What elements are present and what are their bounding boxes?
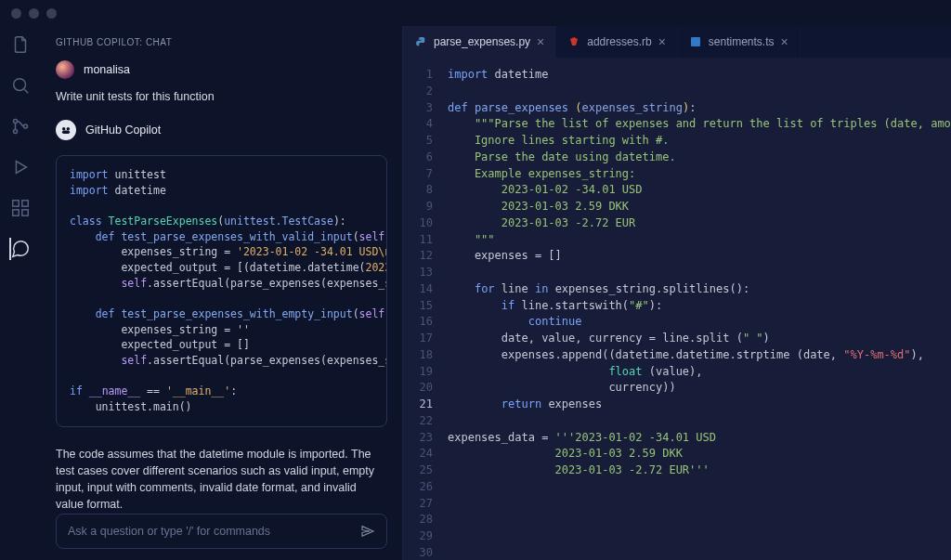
svg-point-2	[13, 129, 17, 133]
send-icon[interactable]	[360, 524, 375, 539]
run-debug-icon[interactable]	[9, 156, 32, 178]
copilot-chat-icon[interactable]	[9, 238, 32, 260]
chat-username: monalisa	[84, 63, 130, 76]
traffic-lights	[11, 8, 57, 19]
editor-group: parse_expenses.py × addresses.rb × senti…	[403, 26, 951, 560]
typescript-file-icon	[689, 35, 702, 48]
tab-addresses[interactable]: addresses.rb ×	[556, 26, 678, 58]
chat-panel: GITHUB COPILOT: CHAT monalisa Write unit…	[41, 26, 403, 560]
svg-rect-7	[22, 210, 28, 215]
code-area[interactable]: import datetime def parse_expenses (expe…	[442, 58, 951, 560]
tab-label: sentiments.ts	[709, 35, 775, 48]
svg-point-3	[23, 124, 27, 128]
chat-input[interactable]	[68, 525, 353, 538]
svg-point-1	[13, 119, 17, 123]
close-window-icon[interactable]	[11, 8, 21, 19]
svg-point-8	[62, 127, 66, 131]
explorer-icon[interactable]	[9, 33, 32, 56]
chat-explanation: The code assumes that the datetime modul…	[56, 446, 387, 514]
chat-input-container[interactable]	[56, 514, 387, 549]
tab-sentiments[interactable]: sentiments.ts ×	[678, 26, 801, 58]
chat-code-block[interactable]: import unittest import datetime class Te…	[56, 155, 387, 427]
close-icon[interactable]: ×	[781, 34, 788, 49]
extensions-icon[interactable]	[9, 197, 32, 219]
python-file-icon	[414, 35, 427, 48]
copilot-avatar-icon	[56, 120, 76, 140]
source-control-icon[interactable]	[9, 115, 32, 137]
tab-parse-expenses[interactable]: parse_expenses.py ×	[403, 26, 556, 58]
user-avatar	[56, 60, 74, 79]
chat-user-row: monalisa	[56, 60, 387, 79]
ruby-file-icon	[567, 35, 580, 48]
svg-rect-11	[691, 37, 700, 46]
line-number-gutter: 1234567891011121314151617181920212223242…	[403, 58, 442, 560]
chat-bot-row: GitHub Copilot	[56, 120, 387, 140]
window-titlebar	[0, 0, 951, 26]
close-icon[interactable]: ×	[537, 34, 544, 49]
search-icon[interactable]	[9, 74, 32, 97]
svg-rect-5	[22, 201, 28, 206]
svg-point-0	[14, 79, 26, 91]
chat-bot-name: GitHub Copilot	[85, 124, 161, 137]
svg-rect-6	[13, 210, 19, 215]
chat-panel-title: GITHUB COPILOT: CHAT	[41, 30, 402, 60]
editor-tabbar: parse_expenses.py × addresses.rb × senti…	[403, 26, 951, 58]
tab-label: addresses.rb	[587, 35, 651, 48]
activity-bar	[0, 26, 41, 560]
svg-rect-10	[62, 131, 70, 135]
zoom-window-icon[interactable]	[46, 8, 57, 19]
minimize-window-icon[interactable]	[29, 8, 39, 19]
tab-label: parse_expenses.py	[434, 35, 530, 48]
svg-point-9	[67, 127, 71, 131]
chat-user-prompt: Write unit tests for this function	[56, 90, 387, 103]
svg-rect-4	[13, 201, 19, 206]
close-icon[interactable]: ×	[658, 34, 666, 49]
editor-body[interactable]: 1234567891011121314151617181920212223242…	[403, 58, 951, 560]
